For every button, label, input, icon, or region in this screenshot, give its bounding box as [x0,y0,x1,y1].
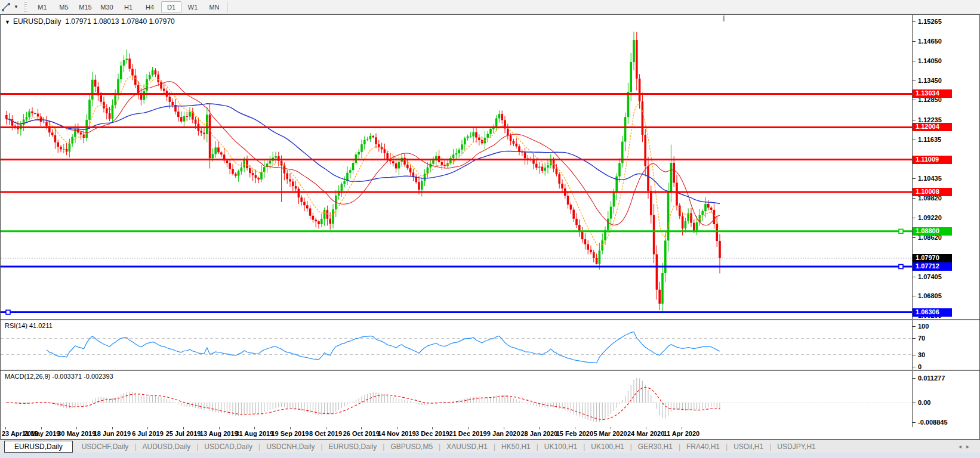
axis-tick [913,326,916,327]
chart-tab-eurusd-daily[interactable]: EURUSD,Daily [323,441,383,453]
timeframe-button-mn[interactable]: MN [204,1,224,13]
timeframe-button-m1[interactable]: M1 [32,1,53,13]
timeframe-group: M1M5M15M30H1H4D1W1MN [32,0,225,14]
tab-scroll-left-icon[interactable]: ◂ [959,443,966,450]
axis-tick [913,277,916,277]
chart-tab-fra40-h1[interactable]: FRA40,H1 [680,441,726,453]
rsi-axis[interactable]: 10070300 [912,320,979,370]
line-handle[interactable] [6,310,10,314]
date-tick [539,427,540,429]
main-chart-panel[interactable]: ▼EURUSD,Daily 1.07971 1.08013 1.07840 1.… [1,15,979,319]
candlestick-plot[interactable] [1,15,913,319]
date-tick [183,427,184,429]
chart-shift-marker[interactable] [723,16,725,21]
chart-tab-usdcnh-daily[interactable]: USDCNH,Daily [260,441,320,453]
price-axis-label: 1.15265 [918,18,942,26]
axis-tick [913,367,916,367]
chart-tab-uk100-h1[interactable]: UK100,H1 [538,441,583,453]
price-tag: 1.07712 [913,262,952,271]
axis-tick [913,422,916,423]
timeframe-button-w1[interactable]: W1 [183,1,203,13]
price-axis[interactable]: 1.152651.146501.140501.134501.128501.122… [912,15,979,319]
chart-window: ▼EURUSD,Daily 1.07971 1.08013 1.07840 1.… [0,14,980,440]
date-tick [575,427,575,429]
date-axis-label: 25 Jul 2019 [166,430,201,437]
price-tag: 1.13034 [913,89,952,98]
line-style-tool-icon[interactable] [0,2,12,13]
chart-tab-hk50-h1[interactable]: HK50,H1 [495,441,537,453]
chart-tabs: EURUSD,DailyUSDCHF,Daily|AUDUSD,Daily|US… [0,440,959,453]
price-axis-label: 1.06805 [918,292,942,300]
chart-tab-usdcad-daily[interactable]: USDCAD,Daily [198,441,258,453]
axis-tick [913,120,916,120]
top-toolbar: ▼ M1M5M15M30H1H4D1W1MN [0,0,980,14]
axis-tick [913,100,916,100]
price-axis-label: 1.14050 [918,57,942,65]
macd-panel[interactable]: MACD(12,26,9) -0.003371 -0.002393 0.0112… [1,371,979,427]
chart-ohlc-values: 1.07971 1.08013 1.07840 1.07970 [65,17,175,26]
date-tick [326,427,326,429]
chart-tab-eurusd-daily[interactable]: EURUSD,Daily [4,441,73,453]
axis-tick [913,21,916,22]
line-handle[interactable] [899,264,903,268]
timeframe-button-m30[interactable]: M30 [97,1,117,13]
date-axis-label: 11 Apr 2020 [663,430,699,437]
date-tick [504,427,504,429]
rsi-plot[interactable] [1,320,913,370]
rsi-axis-label: 0 [918,363,922,371]
timeframe-button-m15[interactable]: M15 [75,1,95,13]
tab-scroll-arrows[interactable]: ◂▸ [959,443,980,450]
date-axis-label: 26 Oct 2019 [343,430,380,437]
date-tick [432,427,433,429]
date-axis-label: 15 Feb 2020 [556,430,593,437]
chart-tab-audusd-daily[interactable]: AUDUSD,Daily [137,441,197,453]
tab-scroll-right-icon[interactable]: ▸ [966,443,974,450]
axis-tick [913,140,916,140]
axis-tick [913,355,916,355]
macd-plot[interactable] [1,371,913,427]
chart-tab-xauusd-h1[interactable]: XAUUSD,H1 [440,441,494,453]
price-tag: 1.06306 [913,308,952,317]
timeframe-button-d1[interactable]: D1 [161,1,181,13]
date-axis-label: 6 Jul 2019 [132,430,164,437]
timeframe-button-h1[interactable]: H1 [118,1,138,13]
price-axis-label: 1.11635 [918,136,941,144]
date-axis-label: 3 Dec 2019 [415,430,449,437]
axis-tick [913,338,916,339]
price-axis-label: 1.07405 [918,273,942,281]
chart-tab-usdchf-daily[interactable]: USDCHF,Daily [76,441,135,453]
date-tick [290,427,291,429]
chart-tab-usoil-h1[interactable]: USOil,H1 [728,441,769,453]
line-handle[interactable] [899,229,903,233]
rsi-axis-label: 100 [918,323,929,330]
macd-signal-line [7,387,720,419]
macd-indicator-label: MACD(12,26,9) -0.003371 -0.002393 [5,373,113,380]
collapse-arrow-icon[interactable]: ▼ [5,19,10,25]
date-axis[interactable]: 23 Apr 201911 May 201930 May 201918 Jun … [1,427,979,439]
date-tick [112,427,113,429]
chart-tab-gbpusd-m5[interactable]: GBPUSD,M5 [384,441,439,453]
timeframe-button-m5[interactable]: M5 [54,1,74,13]
date-axis-label: 8 Oct 2019 [309,430,342,437]
date-axis-label: 24 Mar 2020 [627,430,664,437]
chart-tab-ger30-h1[interactable]: GER30,H1 [632,441,679,453]
toolbar-separator [227,2,228,13]
chart-tab-usdjpy-h1[interactable]: USDJPY,H1 [771,441,821,453]
date-axis-label: 11 May 2019 [22,430,60,437]
date-axis-label: 31 Aug 2019 [235,430,273,437]
price-axis-label: 1.10435 [918,175,942,182]
date-axis-label: 5 Mar 2020 [593,430,627,437]
price-axis-label: 1.13450 [918,77,942,85]
toolbar-grip[interactable] [24,2,27,12]
rsi-panel[interactable]: RSI(14) 41.0211 10070300 [1,320,979,370]
rsi-axis-label: 30 [918,351,925,359]
axis-tick [913,61,916,61]
date-axis-label: 18 Jun 2019 [94,430,131,437]
chart-title: ▼EURUSD,Daily 1.07971 1.08013 1.07840 1.… [5,17,175,26]
date-axis-label: 14 Nov 2019 [378,430,416,437]
timeframe-button-h4[interactable]: H4 [140,1,160,13]
chart-tab-uk100-h1[interactable]: UK100,H1 [585,441,630,453]
line-tool-dropdown-icon[interactable]: ▼ [12,4,20,10]
date-axis-label: 21 Dec 2019 [449,430,487,437]
macd-axis[interactable]: 0.0112770.00-0.008845 [912,371,979,427]
